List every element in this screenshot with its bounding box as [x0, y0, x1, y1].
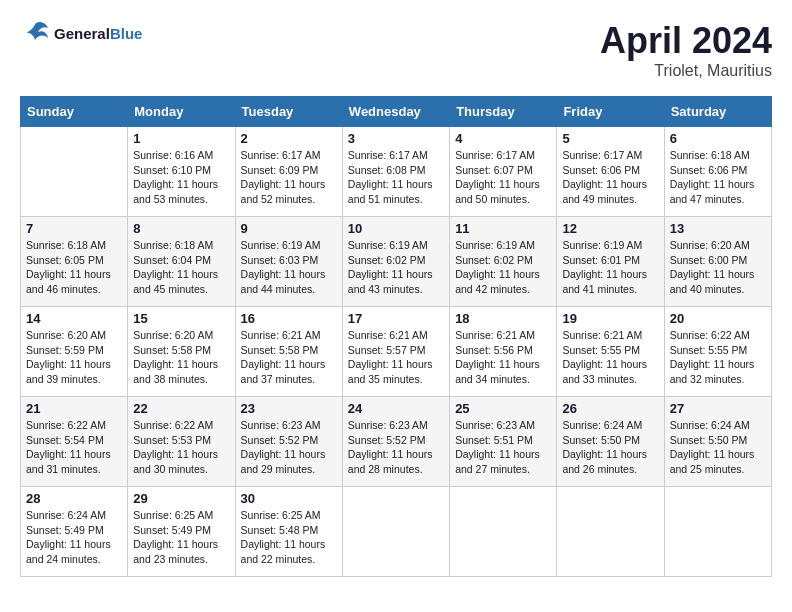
sunset-text: Sunset: 6:08 PM [348, 164, 426, 176]
header-saturday: Saturday [664, 97, 771, 127]
day-info: Sunrise: 6:17 AM Sunset: 6:09 PM Dayligh… [241, 148, 337, 207]
daylight-text: Daylight: 11 hours and 45 minutes. [133, 268, 218, 295]
sunset-text: Sunset: 5:55 PM [562, 344, 640, 356]
day-info: Sunrise: 6:23 AM Sunset: 5:52 PM Dayligh… [348, 418, 444, 477]
daylight-text: Daylight: 11 hours and 49 minutes. [562, 178, 647, 205]
table-cell: 3 Sunrise: 6:17 AM Sunset: 6:08 PM Dayli… [342, 127, 449, 217]
table-cell: 24 Sunrise: 6:23 AM Sunset: 5:52 PM Dayl… [342, 397, 449, 487]
sunrise-text: Sunrise: 6:24 AM [26, 509, 106, 521]
sunset-text: Sunset: 5:57 PM [348, 344, 426, 356]
day-info: Sunrise: 6:19 AM Sunset: 6:02 PM Dayligh… [455, 238, 551, 297]
daylight-text: Daylight: 11 hours and 35 minutes. [348, 358, 433, 385]
day-number: 11 [455, 221, 551, 236]
day-number: 9 [241, 221, 337, 236]
day-info: Sunrise: 6:24 AM Sunset: 5:50 PM Dayligh… [670, 418, 766, 477]
sunrise-text: Sunrise: 6:21 AM [455, 329, 535, 341]
logo-icon [20, 20, 50, 48]
day-info: Sunrise: 6:21 AM Sunset: 5:57 PM Dayligh… [348, 328, 444, 387]
sunrise-text: Sunrise: 6:17 AM [348, 149, 428, 161]
table-cell: 5 Sunrise: 6:17 AM Sunset: 6:06 PM Dayli… [557, 127, 664, 217]
day-info: Sunrise: 6:17 AM Sunset: 6:08 PM Dayligh… [348, 148, 444, 207]
table-cell: 11 Sunrise: 6:19 AM Sunset: 6:02 PM Dayl… [450, 217, 557, 307]
day-info: Sunrise: 6:18 AM Sunset: 6:05 PM Dayligh… [26, 238, 122, 297]
sunset-text: Sunset: 5:55 PM [670, 344, 748, 356]
day-info: Sunrise: 6:25 AM Sunset: 5:49 PM Dayligh… [133, 508, 229, 567]
calendar-title: April 2024 [600, 20, 772, 62]
table-cell: 2 Sunrise: 6:17 AM Sunset: 6:09 PM Dayli… [235, 127, 342, 217]
day-info: Sunrise: 6:20 AM Sunset: 5:58 PM Dayligh… [133, 328, 229, 387]
daylight-text: Daylight: 11 hours and 26 minutes. [562, 448, 647, 475]
sunset-text: Sunset: 5:58 PM [133, 344, 211, 356]
day-number: 22 [133, 401, 229, 416]
table-cell: 19 Sunrise: 6:21 AM Sunset: 5:55 PM Dayl… [557, 307, 664, 397]
day-info: Sunrise: 6:21 AM Sunset: 5:55 PM Dayligh… [562, 328, 658, 387]
daylight-text: Daylight: 11 hours and 41 minutes. [562, 268, 647, 295]
sunrise-text: Sunrise: 6:21 AM [562, 329, 642, 341]
table-cell: 15 Sunrise: 6:20 AM Sunset: 5:58 PM Dayl… [128, 307, 235, 397]
sunset-text: Sunset: 5:49 PM [26, 524, 104, 536]
table-cell: 14 Sunrise: 6:20 AM Sunset: 5:59 PM Dayl… [21, 307, 128, 397]
table-cell: 17 Sunrise: 6:21 AM Sunset: 5:57 PM Dayl… [342, 307, 449, 397]
sunrise-text: Sunrise: 6:18 AM [670, 149, 750, 161]
daylight-text: Daylight: 11 hours and 37 minutes. [241, 358, 326, 385]
day-number: 18 [455, 311, 551, 326]
sunrise-text: Sunrise: 6:19 AM [241, 239, 321, 251]
week-row-4: 21 Sunrise: 6:22 AM Sunset: 5:54 PM Dayl… [21, 397, 772, 487]
sunset-text: Sunset: 6:07 PM [455, 164, 533, 176]
sunset-text: Sunset: 5:50 PM [670, 434, 748, 446]
table-cell: 25 Sunrise: 6:23 AM Sunset: 5:51 PM Dayl… [450, 397, 557, 487]
table-cell: 27 Sunrise: 6:24 AM Sunset: 5:50 PM Dayl… [664, 397, 771, 487]
sunrise-text: Sunrise: 6:23 AM [455, 419, 535, 431]
daylight-text: Daylight: 11 hours and 33 minutes. [562, 358, 647, 385]
sunrise-text: Sunrise: 6:25 AM [133, 509, 213, 521]
week-row-5: 28 Sunrise: 6:24 AM Sunset: 5:49 PM Dayl… [21, 487, 772, 577]
day-info: Sunrise: 6:22 AM Sunset: 5:53 PM Dayligh… [133, 418, 229, 477]
sunset-text: Sunset: 6:05 PM [26, 254, 104, 266]
daylight-text: Daylight: 11 hours and 43 minutes. [348, 268, 433, 295]
daylight-text: Daylight: 11 hours and 27 minutes. [455, 448, 540, 475]
table-cell: 12 Sunrise: 6:19 AM Sunset: 6:01 PM Dayl… [557, 217, 664, 307]
day-number: 7 [26, 221, 122, 236]
table-cell: 6 Sunrise: 6:18 AM Sunset: 6:06 PM Dayli… [664, 127, 771, 217]
day-number: 17 [348, 311, 444, 326]
daylight-text: Daylight: 11 hours and 44 minutes. [241, 268, 326, 295]
sunset-text: Sunset: 5:52 PM [241, 434, 319, 446]
day-number: 23 [241, 401, 337, 416]
daylight-text: Daylight: 11 hours and 31 minutes. [26, 448, 111, 475]
table-cell: 29 Sunrise: 6:25 AM Sunset: 5:49 PM Dayl… [128, 487, 235, 577]
day-info: Sunrise: 6:23 AM Sunset: 5:52 PM Dayligh… [241, 418, 337, 477]
day-info: Sunrise: 6:19 AM Sunset: 6:03 PM Dayligh… [241, 238, 337, 297]
day-info: Sunrise: 6:19 AM Sunset: 6:01 PM Dayligh… [562, 238, 658, 297]
title-block: April 2024 Triolet, Mauritius [600, 20, 772, 80]
day-number: 14 [26, 311, 122, 326]
header-friday: Friday [557, 97, 664, 127]
daylight-text: Daylight: 11 hours and 40 minutes. [670, 268, 755, 295]
sunrise-text: Sunrise: 6:20 AM [133, 329, 213, 341]
sunset-text: Sunset: 6:10 PM [133, 164, 211, 176]
daylight-text: Daylight: 11 hours and 39 minutes. [26, 358, 111, 385]
sunset-text: Sunset: 6:01 PM [562, 254, 640, 266]
day-info: Sunrise: 6:20 AM Sunset: 6:00 PM Dayligh… [670, 238, 766, 297]
day-info: Sunrise: 6:16 AM Sunset: 6:10 PM Dayligh… [133, 148, 229, 207]
header-wednesday: Wednesday [342, 97, 449, 127]
day-number: 4 [455, 131, 551, 146]
day-number: 5 [562, 131, 658, 146]
day-number: 1 [133, 131, 229, 146]
weekday-header-row: Sunday Monday Tuesday Wednesday Thursday… [21, 97, 772, 127]
sunset-text: Sunset: 6:06 PM [670, 164, 748, 176]
table-cell: 26 Sunrise: 6:24 AM Sunset: 5:50 PM Dayl… [557, 397, 664, 487]
sunset-text: Sunset: 5:54 PM [26, 434, 104, 446]
sunrise-text: Sunrise: 6:24 AM [670, 419, 750, 431]
daylight-text: Daylight: 11 hours and 51 minutes. [348, 178, 433, 205]
daylight-text: Daylight: 11 hours and 22 minutes. [241, 538, 326, 565]
daylight-text: Daylight: 11 hours and 32 minutes. [670, 358, 755, 385]
daylight-text: Daylight: 11 hours and 28 minutes. [348, 448, 433, 475]
sunrise-text: Sunrise: 6:22 AM [670, 329, 750, 341]
sunrise-text: Sunrise: 6:20 AM [26, 329, 106, 341]
logo-text: GeneralBlue [54, 26, 142, 43]
table-cell [342, 487, 449, 577]
table-cell [450, 487, 557, 577]
header-tuesday: Tuesday [235, 97, 342, 127]
table-cell: 22 Sunrise: 6:22 AM Sunset: 5:53 PM Dayl… [128, 397, 235, 487]
day-number: 15 [133, 311, 229, 326]
